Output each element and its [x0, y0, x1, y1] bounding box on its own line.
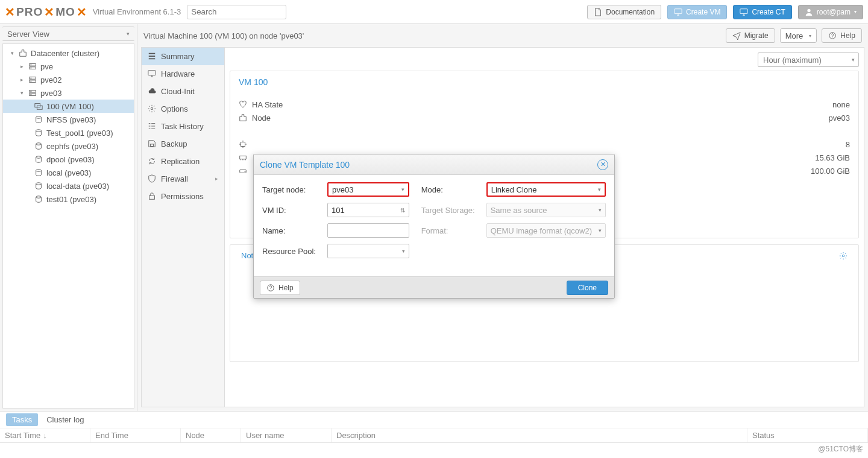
subnav-permissions[interactable]: Permissions: [142, 188, 224, 205]
tree-node-pve03[interactable]: ▾ pve03: [3, 86, 134, 100]
gear-icon[interactable]: [839, 252, 848, 260]
mode-field[interactable]: Linked Clone: [486, 182, 606, 197]
target-storage-field: Same as source: [486, 203, 606, 217]
storage-icon: [34, 195, 43, 203]
subnav-cloud-init[interactable]: Cloud-Init: [142, 83, 224, 100]
dialog-title: Clone VM Template 100: [260, 160, 350, 170]
view-selector[interactable]: Server View: [2, 27, 134, 41]
search-input[interactable]: [187, 5, 286, 19]
node-icon: [28, 62, 37, 71]
storage-icon: [34, 155, 43, 164]
task-log-panel: Tasks Cluster log Start Time↓ End Time N…: [0, 411, 868, 458]
user-menu-button[interactable]: root@pam ▾: [798, 5, 863, 19]
tree-storage[interactable]: test01 (pve03): [3, 192, 134, 206]
heartbeat-icon: [239, 100, 247, 109]
doc-icon: [594, 8, 602, 16]
sync-icon: [148, 157, 156, 165]
migrate-icon: [732, 31, 741, 40]
node-value: pve03: [829, 113, 850, 122]
vm-subnav: Summary Hardware Cloud-Init Options Task…: [141, 47, 224, 407]
time-range-selector[interactable]: Hour (maximum): [758, 52, 859, 67]
cpu-value: 8: [846, 140, 850, 149]
list-icon: [148, 52, 156, 60]
logo: ✕PRO✕MO✕: [5, 5, 87, 19]
tree-node-pve02[interactable]: ▸ pve02: [3, 73, 134, 86]
subnav-options[interactable]: Options: [142, 100, 224, 118]
node-icon: [28, 75, 37, 84]
storage-icon: [34, 168, 43, 177]
subnav-replication[interactable]: Replication: [142, 153, 224, 170]
task-table-header: Start Time↓ End Time Node User name Desc…: [0, 428, 868, 443]
cpu-icon: [239, 140, 247, 148]
tree-datacenter[interactable]: ▾ Datacenter (cluster): [3, 46, 134, 60]
dialog-help-button[interactable]: Help: [260, 281, 300, 295]
close-icon[interactable]: ✕: [597, 159, 608, 170]
col-end-time[interactable]: End Time: [90, 428, 181, 442]
subnav-task-history[interactable]: Task History: [142, 118, 224, 135]
watermark: @51CTO博客: [818, 444, 863, 454]
disk-value: 100.00 GiB: [811, 167, 850, 176]
target-node-field[interactable]: pve03: [327, 182, 409, 197]
help-button[interactable]: Help: [822, 28, 862, 43]
memory-icon: [239, 153, 247, 162]
resource-tree: ▾ Datacenter (cluster) ▸ pve ▸ pve02 ▾: [3, 44, 134, 208]
tree-storage[interactable]: Test_pool1 (pve03): [3, 126, 134, 139]
documentation-button[interactable]: Documentation: [587, 5, 661, 19]
resource-tree-sidebar: Server View ▾ Datacenter (cluster) ▸ pve…: [0, 24, 137, 411]
create-ct-button[interactable]: Create CT: [733, 5, 791, 19]
tree-storage[interactable]: local (pve03): [3, 166, 134, 179]
subnav-hardware[interactable]: Hardware: [142, 65, 224, 83]
more-menu[interactable]: More: [780, 28, 817, 43]
vmid-field[interactable]: 101: [327, 203, 409, 217]
tree-vm-100[interactable]: 100 (VM 100): [3, 100, 134, 113]
clone-vm-dialog: Clone VM Template 100 ✕ Target node:pve0…: [253, 154, 615, 299]
panel-title: VM 100: [239, 77, 850, 87]
monitor-icon: [148, 69, 156, 78]
name-field[interactable]: [327, 223, 409, 238]
clone-button[interactable]: Clone: [567, 281, 608, 295]
tasks-icon: [148, 122, 156, 130]
help-icon: [266, 284, 275, 292]
create-vm-button[interactable]: Create VM: [667, 5, 727, 19]
gear-icon: [148, 104, 156, 113]
ha-state-value: none: [832, 100, 850, 109]
tree-storage[interactable]: dpool (pve03): [3, 153, 134, 166]
hdd-icon: [239, 167, 247, 175]
resource-pool-field[interactable]: [327, 244, 409, 258]
tree-storage[interactable]: NFSS (pve03): [3, 113, 134, 126]
chevron-right-icon: ▸: [215, 176, 218, 182]
help-icon: [828, 31, 837, 40]
format-field: QEMU image format (qcow2): [486, 223, 606, 238]
unlock-icon: [148, 192, 156, 200]
col-description[interactable]: Description: [332, 428, 747, 442]
subnav-firewall[interactable]: Firewall▸: [142, 170, 224, 188]
page-title: Virtual Machine 100 (VM 100) on node 'pv…: [143, 31, 304, 40]
col-user[interactable]: User name: [241, 428, 332, 442]
vm-template-icon: [34, 102, 43, 110]
shield-icon: [148, 174, 156, 183]
save-icon: [148, 139, 156, 148]
col-node[interactable]: Node: [181, 428, 241, 442]
memory-value: 15.63 GiB: [815, 153, 850, 162]
monitor-icon: [740, 8, 748, 16]
user-icon: [805, 8, 813, 16]
col-start-time[interactable]: Start Time↓: [0, 428, 90, 442]
tab-cluster-log[interactable]: Cluster log: [40, 413, 90, 426]
storage-icon: [34, 115, 43, 124]
cloud-icon: [148, 87, 156, 95]
version-label: Virtual Environment 6.1-3: [93, 7, 181, 16]
datacenter-icon: [19, 49, 27, 57]
storage-icon: [34, 182, 43, 190]
node-icon: [28, 89, 37, 97]
col-status[interactable]: Status: [747, 428, 868, 442]
tab-tasks[interactable]: Tasks: [6, 413, 38, 426]
tree-storage[interactable]: cephfs (pve03): [3, 139, 134, 153]
tree-storage[interactable]: local-data (pve03): [3, 179, 134, 192]
building-icon: [239, 113, 247, 122]
subnav-summary[interactable]: Summary: [142, 48, 224, 65]
tree-node-pve[interactable]: ▸ pve: [3, 60, 134, 73]
migrate-button[interactable]: Migrate: [726, 28, 775, 43]
subnav-backup[interactable]: Backup: [142, 135, 224, 153]
storage-icon: [34, 142, 43, 150]
storage-icon: [34, 129, 43, 137]
